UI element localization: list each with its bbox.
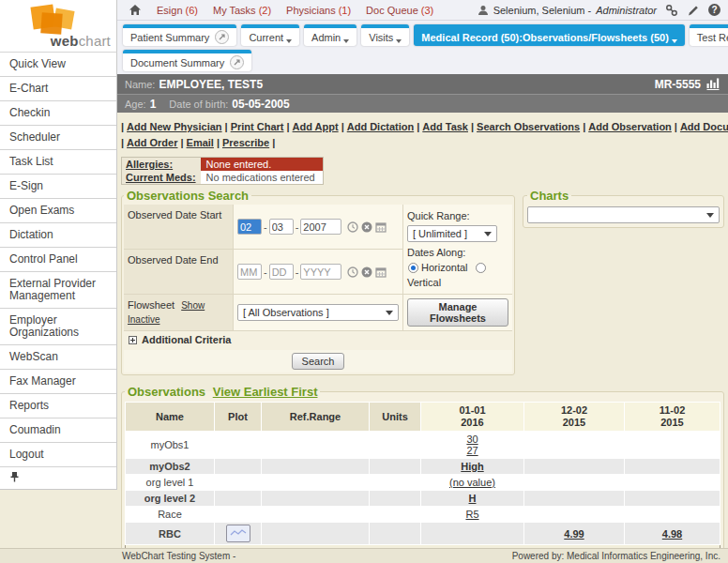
observations-legend: Observations View Earliest First: [125, 385, 320, 399]
additional-criteria-expander[interactable]: Additional Criteria: [124, 330, 512, 348]
nav-doc-queue[interactable]: Doc Queue(3): [366, 5, 433, 16]
patient-banner: Name: EMPLOYEE, TEST5 MR-5555 Age: 1 Dat…: [117, 74, 728, 113]
allergies-meds-box: Allergies: None entered. Current Meds: N…: [121, 157, 324, 185]
link-separator: |: [286, 121, 289, 132]
obs-value-link[interactable]: (no value): [449, 477, 495, 488]
open-in-new-icon[interactable]: [215, 30, 229, 44]
nav-physicians[interactable]: Physicians(1): [286, 5, 351, 16]
current-meds-link[interactable]: Current Meds:: [122, 171, 201, 184]
search-button[interactable]: Search: [292, 353, 345, 370]
footer-powered-by: Powered by: Medical Informatics Engineer…: [512, 551, 720, 561]
quick-range-select[interactable]: [ Unlimited ]: [407, 225, 497, 242]
end-day-input[interactable]: [269, 264, 294, 280]
plot-chart-button[interactable]: [226, 525, 250, 542]
sidebar-item-task-list[interactable]: Task List: [0, 150, 116, 175]
logo-text: webchart: [51, 33, 111, 49]
search-and-charts-row: Observations Search Observed Date Start …: [121, 189, 724, 375]
tab-medical-record-observations[interactable]: Medical Record (50):Observations/Flowshe…: [414, 24, 684, 46]
obs-name: org level 2: [126, 491, 215, 507]
flowsheet-select[interactable]: [ All Observations ]: [237, 304, 399, 321]
tab-document-summary[interactable]: Document Summary: [123, 50, 251, 71]
end-year-input[interactable]: [300, 264, 341, 280]
sidebar-item-e-sign[interactable]: E-Sign: [0, 175, 116, 199]
sidebar-item-fax-manager[interactable]: Fax Manager: [0, 370, 116, 394]
link-search-observations[interactable]: Search Observations: [477, 121, 580, 132]
allergies-link[interactable]: Allergies:: [122, 158, 201, 171]
pencil-icon[interactable]: [687, 4, 700, 17]
link-print-chart[interactable]: Print Chart: [231, 121, 284, 132]
manage-flowsheets-button[interactable]: Manage Flowsheets: [407, 298, 508, 327]
clock-icon[interactable]: [347, 221, 358, 233]
obs-value-link[interactable]: High: [461, 461, 483, 472]
clock-icon[interactable]: [347, 266, 358, 278]
tab-row-1: Patient Summary Current Admin Visits Med…: [117, 21, 728, 46]
flowsheet-select-cell: [ All Observations ]: [234, 295, 402, 330]
help-icon[interactable]: ?: [708, 4, 720, 16]
sidebar-item-webscan[interactable]: WebScan: [0, 345, 116, 370]
tab-patient-summary[interactable]: Patient Summary: [123, 24, 236, 46]
view-earliest-first-link[interactable]: View Earliest First: [213, 385, 318, 399]
open-in-new-icon[interactable]: [230, 55, 244, 69]
obs-value-link[interactable]: 30: [466, 434, 478, 445]
sidebar-item-coumadin[interactable]: Coumadin: [0, 418, 116, 443]
sidebar-item-scheduler[interactable]: Scheduler: [0, 126, 116, 150]
sidebar-pin-toggle[interactable]: [0, 467, 116, 489]
link-add-observation[interactable]: Add Observation: [588, 121, 672, 132]
link-icon[interactable]: [665, 4, 678, 17]
sidebar-item-e-chart[interactable]: E-Chart: [0, 77, 116, 101]
sidebar-item-employer-organizations[interactable]: Employer Organizations: [0, 309, 116, 345]
tab-current[interactable]: Current: [241, 24, 299, 46]
clear-date-icon[interactable]: [361, 266, 372, 278]
caret-icon: [396, 39, 402, 43]
link-add-document[interactable]: Add Document: [680, 121, 728, 132]
sidebar-item-external-provider-management[interactable]: External Provider Management: [0, 272, 116, 309]
start-month-input[interactable]: [237, 219, 262, 235]
tab-label: Document Summary: [130, 57, 224, 68]
radio-vertical[interactable]: [476, 263, 486, 273]
sidebar-item-open-exams[interactable]: Open Exams: [0, 199, 116, 223]
calendar-icon[interactable]: [375, 266, 387, 278]
sparkline-icon: [230, 528, 247, 538]
end-month-input[interactable]: [237, 264, 262, 280]
start-year-input[interactable]: [300, 219, 341, 235]
flowsheet-label: Flowsheet: [128, 299, 174, 311]
obs-value-link[interactable]: H: [469, 493, 477, 504]
clear-date-icon[interactable]: [361, 221, 372, 233]
link-add-new-physician[interactable]: Add New Physician: [127, 121, 221, 132]
link-prescribe[interactable]: Prescribe: [222, 137, 269, 148]
sidebar-item-dictation[interactable]: Dictation: [0, 223, 116, 248]
sidebar-item-reports[interactable]: Reports: [0, 394, 116, 418]
obs-value-link[interactable]: R5: [465, 509, 478, 520]
link-add-order[interactable]: Add Order: [127, 137, 177, 148]
link-add-dictation[interactable]: Add Dictation: [347, 121, 415, 132]
radio-horizontal[interactable]: [408, 263, 418, 273]
sidebar-item-logout[interactable]: Logout: [0, 443, 116, 467]
charts-select[interactable]: [527, 206, 720, 223]
link-email[interactable]: Email: [187, 137, 214, 148]
link-add-task[interactable]: Add Task: [422, 121, 468, 132]
link-separator: |: [583, 121, 585, 132]
obs-value-link[interactable]: 27: [466, 445, 478, 456]
radio-horizontal-label: Horizontal: [421, 262, 468, 273]
calendar-icon[interactable]: [375, 221, 387, 233]
tab-admin[interactable]: Admin: [304, 24, 356, 46]
patient-banner-name-row: Name: EMPLOYEE, TEST5 MR-5555: [117, 74, 728, 94]
tab-visits[interactable]: Visits: [361, 24, 409, 46]
year: 2016: [461, 417, 483, 428]
obs-value-link[interactable]: 4.98: [662, 528, 682, 540]
sidebar-item-checkin[interactable]: Checkin: [0, 101, 116, 126]
sidebar-item-control-panel[interactable]: Control Panel: [0, 248, 116, 272]
nav-my-tasks[interactable]: My Tasks(2): [213, 5, 271, 16]
bar-chart-icon[interactable]: [706, 78, 720, 90]
obs-value-link[interactable]: 4.99: [564, 528, 584, 540]
date: 11-02: [660, 404, 686, 416]
link-add-appt[interactable]: Add Appt: [293, 121, 339, 132]
dob-label: Date of birth:: [169, 99, 228, 110]
sidebar-item-quick-view[interactable]: Quick View: [0, 53, 116, 77]
home-icon[interactable]: [129, 4, 142, 16]
start-day-input[interactable]: [269, 219, 294, 235]
date-separator: -: [296, 266, 299, 278]
flowsheet-label-cell: Flowsheet Show Inactive: [124, 295, 233, 330]
nav-esign[interactable]: Esign(6): [157, 5, 198, 16]
tab-test-results[interactable]: Test Results: [690, 24, 728, 46]
